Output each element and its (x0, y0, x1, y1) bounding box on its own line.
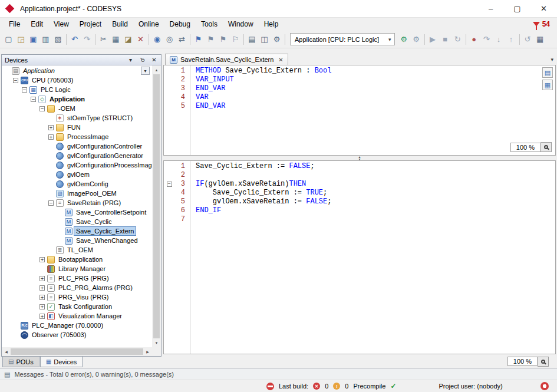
toggle-breakpoint-button[interactable]: ● (468, 33, 480, 46)
tree-item-visualization-manager[interactable]: +◧Visualization Manager (2, 311, 152, 321)
menu-window[interactable]: Window (223, 18, 259, 30)
pragma-filter[interactable]: 54 (533, 20, 550, 28)
tree-item-gvlconfigurationgenerator[interactable]: gvlConfigurationGenerator (2, 151, 152, 160)
tree-item-bootapplication[interactable]: +Bootapplication (2, 255, 152, 264)
online-config-button[interactable]: ⚙ (410, 33, 423, 46)
bookmark-previous-button[interactable]: ⚑ (217, 33, 229, 46)
menu-edit[interactable]: Edit (25, 18, 48, 30)
editor-splitter[interactable]: ▲ ▼ (163, 156, 556, 160)
collapse-icon[interactable]: − (13, 78, 18, 83)
fold-collapse-icon[interactable]: − (165, 180, 173, 189)
stop-button[interactable]: ■ (439, 33, 451, 46)
maximize-button[interactable]: ▢ (504, 0, 530, 17)
tree-item-fun[interactable]: +FUN (2, 123, 152, 132)
save-button[interactable]: ▣ (27, 33, 39, 46)
tree-item-task-configuration[interactable]: +✓Task Configuration (2, 302, 152, 311)
find-button[interactable]: ◉ (151, 33, 163, 46)
expand-icon[interactable]: + (39, 276, 45, 281)
tree-item-gvloemconfig[interactable]: gvlOemConfig (2, 179, 152, 189)
close-button[interactable]: ✕ (530, 0, 557, 17)
panel-tab-pous[interactable]: ▤POUs (2, 357, 39, 367)
tree-item-stoemtype-struct[interactable]: ∗stOemType (STRUCT) (2, 113, 152, 123)
delete-button[interactable]: ✕ (134, 33, 147, 46)
declaration-editor[interactable]: 1METHOD Save_Cyclic_Extern : Bool2VAR_IN… (163, 65, 556, 156)
menu-file[interactable]: File (4, 18, 25, 30)
start-button[interactable]: ▶ (427, 33, 439, 46)
devices-horizontal-scrollbar[interactable]: ◀ ▶ (2, 347, 152, 356)
find-next-button[interactable]: ◎ (163, 33, 176, 46)
menu-tools[interactable]: Tools (196, 18, 223, 30)
tab-close-icon[interactable]: ✕ (278, 57, 283, 63)
expand-icon[interactable]: + (48, 134, 54, 140)
tree-item-plc-prg-alarms-prg[interactable]: +≡PLC_PRG_Alarms (PRG) (2, 283, 152, 292)
paste-button[interactable]: ◪ (122, 33, 134, 46)
bookmark-toggle-button[interactable]: ⚑ (192, 33, 205, 46)
vertical-scroll-thumb[interactable] (153, 74, 160, 338)
expand-icon[interactable]: + (39, 285, 45, 291)
tree-item-plc-manager-70-0000[interactable]: PLCPLC_Manager (70.0000) (2, 321, 152, 330)
editor-tab[interactable]: M SaveRetain.Save_Cyclic_Extern ✕ (165, 54, 288, 65)
implementation-zoom-button[interactable] (538, 357, 549, 367)
collapse-icon[interactable]: − (22, 87, 27, 93)
tree-item-observer-705003[interactable]: ◠Observer (705003) (2, 330, 152, 340)
copy-button[interactable]: ▦ (110, 33, 122, 46)
tree-item-plc-prg-prg[interactable]: +≡PLC_PRG (PRG) (2, 274, 152, 283)
collapse-icon[interactable]: − (31, 97, 36, 102)
tree-item-gvloem[interactable]: gvlOem (2, 170, 152, 179)
replace-button[interactable]: ⇄ (176, 33, 188, 46)
tree-item-gvlconfigurationprocessimage[interactable]: gvlConfigurationProcessImage (2, 160, 152, 170)
tree-item-save-whenchanged[interactable]: MSave_WhenChanged (2, 236, 152, 245)
step-out-button[interactable]: ↑ (505, 33, 518, 46)
menu-build[interactable]: Build (107, 18, 133, 30)
bookmark-next-button[interactable]: ⚑ (205, 33, 217, 46)
expand-icon[interactable]: + (39, 314, 45, 319)
menu-debug[interactable]: Debug (164, 18, 196, 30)
panel-menu-dropdown-icon[interactable]: ▾ (127, 57, 134, 63)
step-into-button[interactable]: ↓ (493, 33, 505, 46)
menu-project[interactable]: Project (74, 18, 107, 30)
tree-item-save-controllersetpoint[interactable]: MSave_ControllerSetpoint (2, 207, 152, 217)
fold-minus-icon[interactable]: − (167, 182, 172, 187)
collapse-icon[interactable]: − (48, 200, 54, 206)
devices-vertical-scrollbar[interactable]: ▲ ▼ (152, 65, 161, 347)
tree-item-cpu-705003[interactable]: −CPUCPU (705003) (2, 75, 152, 85)
panel-tab-devices[interactable]: ▦Devices (40, 357, 83, 367)
bookmark-clear-button[interactable]: ⚐ (229, 33, 242, 46)
tree-item-save-cyclic-extern[interactable]: MSave_Cyclic_Extern (2, 226, 152, 236)
expand-icon[interactable]: + (39, 295, 45, 300)
scroll-left-icon[interactable]: ◀ (2, 347, 11, 356)
tree-item-library-manager[interactable]: Library Manager (2, 264, 152, 274)
single-cycle-button[interactable]: ↻ (451, 33, 464, 46)
tree-item-gvlconfigurationcontroller[interactable]: gvlConfigurationController (2, 141, 152, 151)
new-file-button[interactable]: ▢ (2, 33, 15, 46)
declarations-view-button[interactable]: ▤ (246, 33, 258, 46)
menu-view[interactable]: View (48, 18, 74, 30)
tree-item-plc-logic[interactable]: −▦PLC Logic (2, 85, 152, 94)
tab-list-dropdown-icon[interactable]: ▾ (551, 57, 553, 62)
collapse-icon[interactable]: − (39, 106, 45, 111)
window-layout-button[interactable]: ▦ (534, 33, 546, 46)
menu-help[interactable]: Help (259, 18, 284, 30)
tree-item-imagepool-oem[interactable]: ▧ImagePool_OEM (2, 189, 152, 198)
device-filter-dropdown[interactable]: ▾ (141, 67, 150, 75)
tree-item-tl-oem[interactable]: ≣TL_OEM (2, 245, 152, 255)
tree-item-save-cyclic[interactable]: MSave_Cyclic (2, 217, 152, 226)
expand-icon[interactable]: + (39, 257, 45, 262)
reset-button[interactable]: ↺ (522, 33, 534, 46)
print-preview-button[interactable]: ▧ (52, 33, 64, 46)
build-button[interactable]: ⚙ (271, 33, 283, 46)
scroll-down-icon[interactable]: ▼ (152, 338, 161, 347)
tree-item-processimage[interactable]: +ProcessImage (2, 132, 152, 141)
redo-button[interactable]: ↷ (81, 33, 93, 46)
scroll-up-icon[interactable]: ▲ (152, 65, 161, 74)
declaration-textual-view-button[interactable]: ▤ (542, 67, 553, 78)
cut-button[interactable]: ✂ (97, 33, 110, 46)
tree-item-oem[interactable]: −-OEM (2, 104, 152, 113)
pin-icon[interactable]: ⚲ (139, 57, 146, 63)
active-application-combo[interactable]: Application [CPU: PLC Logic]▾ (290, 33, 395, 45)
horizontal-scroll-thumb[interactable] (11, 348, 143, 355)
tree-item-application[interactable]: ▤Application▾ (2, 66, 152, 75)
step-over-button[interactable]: ↷ (480, 33, 493, 46)
menu-online[interactable]: Online (133, 18, 164, 30)
minimize-button[interactable]: – (477, 0, 504, 17)
